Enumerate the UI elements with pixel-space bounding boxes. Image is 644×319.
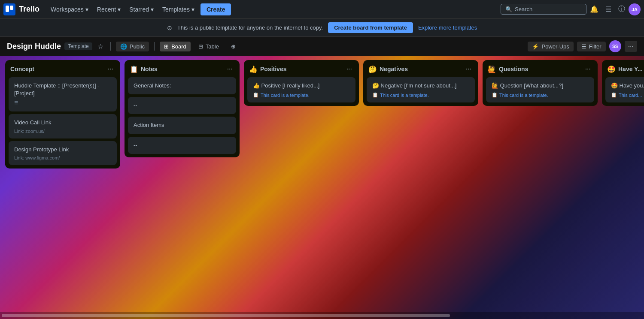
nav-logo-text: Trello	[19, 5, 39, 14]
banner-text: This is a public template for anyone on …	[177, 24, 323, 31]
table-view-button[interactable]: ⊟ Table	[194, 42, 223, 51]
divider-1	[110, 42, 111, 51]
nav-workspaces[interactable]: Workspaces ▾	[46, 3, 93, 15]
board-columns: Concept···Huddle Template :: [Presenter(…	[0, 56, 644, 319]
card-subtitle: Link: zoom.us/	[14, 129, 111, 134]
template-card-icon: 📋	[372, 92, 378, 98]
card-title: 👍 Positive [I really liked...]	[253, 82, 350, 90]
card-title: 🤔 Negative [I'm not sure about...]	[372, 82, 469, 90]
user-avatar[interactable]: JA	[629, 3, 641, 15]
star-button[interactable]: ☆	[96, 41, 105, 52]
list-title-text-notes: Notes	[141, 66, 158, 72]
card-template-badge: 📋This card is a template.	[253, 92, 350, 98]
list-title-positives: 👍Positives	[249, 65, 286, 73]
card[interactable]: --	[128, 97, 236, 114]
card-title: Video Call Link	[14, 119, 111, 126]
card-template-badge: 📋This card is a template.	[492, 92, 589, 98]
list-header-questions: 🙋Questions···	[483, 60, 598, 77]
visibility-button[interactable]: 🌐 Public	[116, 42, 149, 51]
board-title: Design Huddle	[7, 42, 61, 51]
nav-recent[interactable]: Recent ▾	[93, 3, 125, 15]
card[interactable]: Huddle Template :: [Presenter(s)] - [Pro…	[9, 77, 117, 111]
template-card-icon: 📋	[253, 92, 259, 98]
nav-logo[interactable]: Trello	[3, 3, 39, 15]
search-bar[interactable]: 🔍 Search	[501, 4, 586, 15]
list-menu-button-positives[interactable]: ···	[345, 64, 354, 74]
create-from-template-button[interactable]: Create board from template	[328, 22, 413, 33]
card[interactable]: 🤔 Negative [I'm not sure about...]📋This …	[367, 77, 475, 102]
banner-icon: ⊙	[167, 24, 172, 31]
card-title: General Notes:	[134, 82, 231, 90]
list-menu-button-negatives[interactable]: ···	[464, 64, 473, 74]
list-cards-positives: 👍 Positive [I really liked...]📋This card…	[244, 77, 359, 106]
list-title-haveyou: 🤩Have Y...	[607, 65, 643, 73]
card[interactable]: General Notes:	[128, 77, 236, 94]
globe-icon: 🌐	[120, 43, 127, 50]
card[interactable]: Video Call LinkLink: zoom.us/	[9, 114, 117, 138]
customize-icon: ⊕	[231, 43, 236, 50]
list-header-negatives: 🤔Negatives···	[363, 60, 478, 77]
card[interactable]: --	[128, 137, 236, 154]
card[interactable]: 🤩 Have you...📋This card...	[605, 77, 644, 102]
card-title: 🙋 Question [What about...?]	[492, 82, 589, 90]
template-card-text: This card is a template.	[380, 93, 429, 98]
explore-templates-link[interactable]: Explore more templates	[418, 24, 477, 31]
create-button[interactable]: Create	[200, 3, 231, 15]
board-member-avatar[interactable]: SS	[609, 40, 621, 52]
board-view-button[interactable]: ⊞ Board	[160, 42, 191, 51]
powerups-icon: ⚡	[532, 43, 539, 50]
list-emoji-negatives: 🤔	[368, 65, 377, 73]
open-button[interactable]: ☰	[602, 3, 615, 16]
template-banner: ⊙ This is a public template for anyone o…	[0, 19, 644, 37]
list-title-text-haveyou: Have Y...	[618, 66, 643, 72]
filter-button[interactable]: ☰ Filter	[577, 42, 606, 51]
list-title-text-negatives: Negatives	[380, 66, 408, 72]
template-card-icon: 📋	[611, 92, 617, 98]
list-menu-button-concept[interactable]: ···	[106, 64, 115, 74]
list-header-concept: Concept···	[5, 60, 120, 77]
list-cards-questions: 🙋 Question [What about...?]📋This card is…	[483, 77, 598, 106]
card[interactable]: Action Items	[128, 117, 236, 134]
trello-logo-icon	[3, 3, 15, 15]
nav-templates[interactable]: Templates ▾	[158, 3, 199, 15]
card[interactable]: 👍 Positive [I really liked...]📋This card…	[247, 77, 355, 102]
board-header: Design Huddle Template ☆ 🌐 Public ⊞ Boar…	[0, 37, 644, 56]
card[interactable]: Design Prototype LinkLink: www.figma.com…	[9, 141, 117, 165]
table-icon: ⊟	[198, 43, 203, 50]
powerups-button[interactable]: ⚡ Power-Ups	[528, 42, 573, 51]
list-cards-notes: General Notes:--Action Items--	[125, 77, 240, 157]
list-title-text-questions: Questions	[499, 66, 528, 72]
svg-rect-2	[10, 6, 13, 10]
svg-rect-1	[6, 6, 9, 12]
card-title: --	[134, 141, 231, 149]
template-card-text: This card is a template.	[499, 93, 548, 98]
list-cards-negatives: 🤔 Negative [I'm not sure about...]📋This …	[363, 77, 478, 106]
list-menu-button-questions[interactable]: ···	[583, 64, 592, 74]
card-title: Huddle Template :: [Presenter(s)] - [Pro…	[14, 82, 111, 97]
top-nav: Trello Workspaces ▾ Recent ▾ Starred ▾ T…	[0, 0, 644, 19]
search-placeholder: Search	[515, 6, 532, 12]
info-button[interactable]: ⓘ	[615, 2, 629, 16]
card-title: Action Items	[134, 121, 231, 129]
board-more-button[interactable]: ···	[625, 41, 637, 52]
divider-2	[154, 42, 155, 51]
list-emoji-questions: 🙋	[488, 65, 496, 73]
list-menu-button-notes[interactable]: ···	[225, 64, 234, 74]
template-card-icon: 📋	[492, 92, 498, 98]
card-title: --	[134, 102, 231, 109]
card[interactable]: 🙋 Question [What about...?]📋This card is…	[486, 77, 594, 102]
list-header-notes: 📋Notes···	[125, 60, 240, 77]
list-questions: 🙋Questions···🙋 Question [What about...?]…	[483, 60, 598, 106]
list-header-haveyou: 🤩Have Y...···	[602, 60, 644, 77]
nav-starred[interactable]: Starred ▾	[125, 3, 158, 15]
list-header-positives: 👍Positives···	[244, 60, 359, 77]
svg-rect-0	[3, 3, 15, 15]
card-template-badge: 📋This card...	[611, 92, 644, 98]
list-negatives: 🤔Negatives···🤔 Negative [I'm not sure ab…	[363, 60, 478, 106]
customize-button[interactable]: ⊕	[227, 42, 240, 51]
list-title-questions: 🙋Questions	[488, 65, 528, 73]
list-title-notes: 📋Notes	[130, 65, 158, 73]
list-title-concept: Concept	[10, 66, 34, 72]
list-notes: 📋Notes···General Notes:--Action Items--	[125, 60, 240, 157]
notification-button[interactable]: 🔔	[586, 3, 602, 16]
